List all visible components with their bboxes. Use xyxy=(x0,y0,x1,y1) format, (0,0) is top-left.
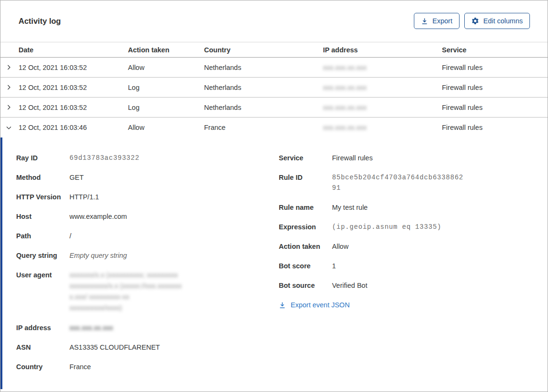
edit-columns-label: Edit columns xyxy=(483,17,523,25)
event-detail-panel: Ray ID69d13783ac393322MethodGETHTTP Vers… xyxy=(0,137,548,392)
export-event-json-label: Export event JSON xyxy=(291,301,350,309)
field-label: Service xyxy=(279,153,332,163)
field-value: 69d13783ac393322 xyxy=(69,153,139,163)
field-value: xxxxxxx/x.x (xxxxxxxxxx; xxxxxxxxxxxxxxx… xyxy=(69,270,182,314)
column-header-ip-address: IP address xyxy=(323,46,442,54)
download-icon xyxy=(279,302,286,309)
chevron-right-icon xyxy=(6,84,12,90)
redacted-user-agent-line: xxxxxxxxxx/xxxx) xyxy=(69,303,182,314)
detail-field-query-string: Query stringEmpty query string xyxy=(16,250,279,261)
detail-field-service: ServiceFirewall rules xyxy=(279,153,548,163)
detail-field-path: Path/ xyxy=(16,231,279,241)
field-label: Expression xyxy=(279,222,332,232)
field-label: Path xyxy=(16,231,69,241)
field-value: 85bce5b204cf4703a764dcb633886291 xyxy=(332,172,467,193)
export-event-json-link[interactable]: Export event JSON xyxy=(279,301,350,309)
column-header-service: Service xyxy=(442,46,548,54)
cell-date: 12 Oct, 2021 16:03:52 xyxy=(19,104,128,111)
table-body: 12 Oct, 2021 16:03:52AllowNetherlandsxxx… xyxy=(0,58,548,137)
field-value: / xyxy=(69,231,71,241)
detail-field-method: MethodGET xyxy=(16,172,279,183)
cell-ip-address: xxx.xxx.xx.xxx xyxy=(323,64,442,71)
field-value: GET xyxy=(69,172,84,183)
detail-field-expression: Expression(ip.geoip.asnum eq 13335) xyxy=(279,222,548,232)
panel-header: Activity log Export Edit columns xyxy=(0,0,548,29)
cell-country: France xyxy=(204,124,323,131)
field-value: Empty query string xyxy=(69,250,127,261)
detail-accent-bar xyxy=(0,137,2,389)
field-label: Ray ID xyxy=(16,153,69,163)
cell-action-taken: Allow xyxy=(128,124,204,131)
page-title: Activity log xyxy=(19,17,61,26)
detail-field-ray-id: Ray ID69d13783ac393322 xyxy=(16,153,279,163)
redacted-user-agent-line: x.xxx/ xxxxxxxxx-xx xyxy=(69,292,182,303)
detail-field-bot-score: Bot score1 xyxy=(279,261,548,271)
field-label: Bot source xyxy=(279,280,332,291)
field-label: HTTP Version xyxy=(16,192,69,202)
field-label: Action taken xyxy=(279,241,332,252)
activity-log-panel: Activity log Export Edit columns DateAct… xyxy=(0,0,548,392)
cell-service: Firewall rules xyxy=(442,84,548,91)
field-label: Host xyxy=(16,211,69,222)
detail-field-action-taken: Action takenAllow xyxy=(279,241,548,252)
row-expand-toggle[interactable] xyxy=(0,98,19,117)
export-button-label: Export xyxy=(432,17,452,25)
field-label: User agent xyxy=(16,270,69,314)
chevron-right-icon xyxy=(6,64,12,70)
field-value: www.example.com xyxy=(69,211,127,222)
field-value: Firewall rules xyxy=(332,153,372,163)
redacted-ip: xxx.xxx.xx.xxx xyxy=(323,84,367,91)
cell-ip-address: xxx.xxx.xx.xxx xyxy=(323,84,442,91)
detail-field-rule-name: Rule nameMy test rule xyxy=(279,202,548,213)
cell-service: Firewall rules xyxy=(442,104,548,111)
detail-field-http-version: HTTP VersionHTTP/1.1 xyxy=(16,192,279,202)
field-value: 1 xyxy=(332,261,336,271)
field-value: Allow xyxy=(332,241,349,252)
cell-date: 12 Oct, 2021 16:03:46 xyxy=(19,124,128,131)
detail-field-ip-address: IP addressxxx.xxx.xx.xxx xyxy=(16,323,279,333)
toolbar: Export Edit columns xyxy=(414,13,530,29)
cell-action-taken: Log xyxy=(128,84,204,91)
cell-country: Netherlands xyxy=(204,84,323,91)
cell-country: Netherlands xyxy=(204,64,323,71)
edit-columns-button[interactable]: Edit columns xyxy=(464,13,530,29)
field-label: Rule name xyxy=(279,202,332,213)
field-value: My test rule xyxy=(332,202,368,213)
cell-ip-address: xxx.xxx.xx.xxx xyxy=(323,124,442,131)
table-row[interactable]: 12 Oct, 2021 16:03:52LogNetherlandsxxx.x… xyxy=(0,78,548,98)
field-label: IP address xyxy=(16,323,69,333)
row-expand-toggle[interactable] xyxy=(0,118,19,137)
detail-field-user-agent: User agentxxxxxxx/x.x (xxxxxxxxxx; xxxxx… xyxy=(16,270,279,314)
cell-date: 12 Oct, 2021 16:03:52 xyxy=(19,64,128,71)
detail-field-host: Hostwww.example.com xyxy=(16,211,279,222)
table-row[interactable]: 12 Oct, 2021 16:03:46AllowFrancexxx.xxx.… xyxy=(0,118,548,137)
chevron-down-icon xyxy=(6,125,12,131)
cell-action-taken: Log xyxy=(128,104,204,111)
cell-action-taken: Allow xyxy=(128,64,204,71)
cell-service: Firewall rules xyxy=(442,124,548,131)
table-header-row: DateAction takenCountryIP addressService xyxy=(0,42,548,58)
row-expand-toggle[interactable] xyxy=(0,58,19,77)
detail-field-rule-id: Rule ID85bce5b204cf4703a764dcb633886291 xyxy=(279,172,548,193)
field-label: Query string xyxy=(16,250,69,261)
redacted-ip: xxx.xxx.xx.xxx xyxy=(323,64,367,71)
field-value: xxx.xxx.xx.xxx xyxy=(69,323,113,333)
activity-table: DateAction takenCountryIP addressService… xyxy=(0,42,548,137)
table-row[interactable]: 12 Oct, 2021 16:03:52AllowNetherlandsxxx… xyxy=(0,58,548,78)
detail-field-bot-source: Bot sourceVerified Bot xyxy=(279,280,548,291)
field-label: Country xyxy=(16,362,69,372)
column-header-action-taken: Action taken xyxy=(128,46,204,54)
detail-left-column: Ray ID69d13783ac393322MethodGETHTTP Vers… xyxy=(0,153,279,381)
field-label: Bot score xyxy=(279,261,332,271)
cell-ip-address: xxx.xxx.xx.xxx xyxy=(323,104,442,111)
download-icon xyxy=(421,18,428,25)
detail-field-country: CountryFrance xyxy=(16,362,279,372)
field-label: Rule ID xyxy=(279,172,332,193)
redacted-user-agent-line: xxxxxxxxxxx/x.x (xxxxx://xxx.xxxxxxx xyxy=(69,281,182,292)
export-button[interactable]: Export xyxy=(414,13,460,29)
field-value: AS13335 CLOUDFLARENET xyxy=(69,342,160,353)
row-expand-toggle[interactable] xyxy=(0,78,19,97)
field-value: France xyxy=(69,362,91,372)
table-row[interactable]: 12 Oct, 2021 16:03:52LogNetherlandsxxx.x… xyxy=(0,98,548,118)
detail-right-column: ServiceFirewall rulesRule ID85bce5b204cf… xyxy=(279,153,548,311)
